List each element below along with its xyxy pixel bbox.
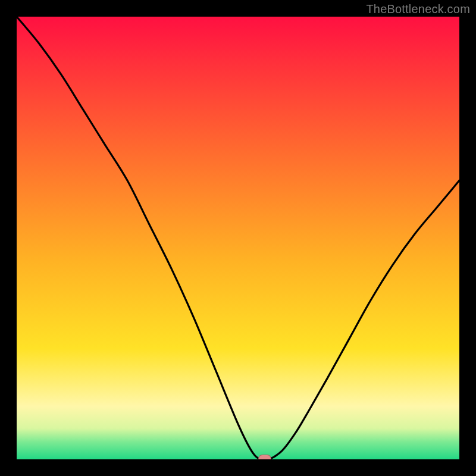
plot-area — [17, 17, 459, 459]
chart-frame: TheBottleneck.com — [0, 0, 476, 476]
bottleneck-curve — [17, 17, 459, 459]
curve-path — [17, 17, 459, 459]
watermark-text: TheBottleneck.com — [366, 2, 470, 16]
optimal-point-marker — [258, 455, 271, 459]
